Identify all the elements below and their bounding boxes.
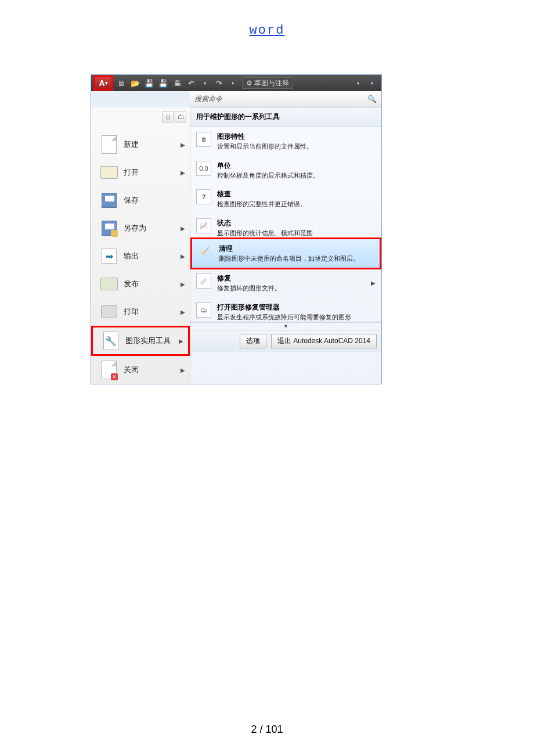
- gear-icon: ⚙: [246, 79, 252, 87]
- folder-icon: [100, 166, 118, 179]
- menu-export[interactable]: ➡ 输出 ▶: [91, 242, 190, 270]
- item-recover-title: 修复: [217, 273, 365, 283]
- menu-drawing-utilities[interactable]: 🔧 图形实用工具 ▶: [91, 326, 190, 356]
- menu-saveas-label: 另存为: [124, 223, 181, 233]
- item-mgr-desc: 显示发生程序或系统故障后可能需要修复的图形: [217, 312, 376, 321]
- disk-icon: [102, 193, 117, 208]
- item-properties-title: 图形特性: [217, 132, 376, 142]
- item-status[interactable]: 📈 状态 显示图形的统计信息、模式和范围: [190, 214, 381, 238]
- item-units-title: 单位: [217, 161, 376, 171]
- workspace-selector[interactable]: ⚙ 草图与注释: [242, 77, 293, 89]
- chevron-right-icon: ▶: [371, 280, 376, 286]
- menu-save-label: 保存: [124, 195, 185, 206]
- undo-drop-icon[interactable]: ▾: [199, 77, 211, 89]
- item-status-desc: 显示图形的统计信息、模式和范围: [217, 228, 376, 236]
- item-recovery-manager[interactable]: 🗂 打开图形修复管理器 显示发生程序或系统故障后可能需要修复的图形: [190, 298, 381, 322]
- page-number: 2 / 101: [251, 723, 283, 736]
- utilities-submenu: 用于维护图形的一系列工具 🗎 图形特性 设置和显示当前图形的文件属性。 0.0 …: [190, 107, 381, 384]
- workspace-drop-icon[interactable]: ▾: [352, 77, 364, 89]
- app-menu-footer: 选项 退出 Autodesk AutoCAD 2014: [190, 330, 381, 352]
- menu-new[interactable]: 新建 ▶: [91, 131, 190, 159]
- search-icon[interactable]: 🔍: [367, 95, 377, 103]
- options-button[interactable]: 选项: [240, 334, 266, 348]
- menu-utils-label: 图形实用工具: [125, 336, 179, 346]
- item-purge[interactable]: 🧹 清理 删除图形中未使用的命名项目，如块定义和图层。: [190, 237, 381, 270]
- menu-open-label: 打开: [124, 167, 181, 178]
- item-purge-desc: 删除图形中未使用的命名项目，如块定义和图层。: [219, 254, 374, 264]
- menu-saveas[interactable]: 另存为 ▶: [91, 214, 190, 242]
- item-units-desc: 控制坐标及角度的显示格式和精度。: [217, 171, 376, 181]
- printer-icon: [101, 305, 117, 318]
- recovery-manager-icon: 🗂: [196, 303, 211, 318]
- item-recover[interactable]: 🩹 修复 修复损坏的图形文件。 ▶: [190, 269, 381, 298]
- item-audit[interactable]: ? 核查 检查图形的完整性并更正错误。: [190, 185, 381, 214]
- chevron-right-icon: ▶: [181, 142, 185, 148]
- chevron-right-icon: ▶: [181, 225, 185, 232]
- new-file-icon: [102, 135, 117, 154]
- recover-icon: 🩹: [196, 273, 211, 289]
- open-icon[interactable]: 📂: [129, 77, 141, 89]
- menu-export-label: 输出: [124, 251, 181, 261]
- item-units[interactable]: 0.0 单位 控制坐标及角度的显示格式和精度。: [190, 156, 381, 185]
- chevron-right-icon: ▶: [181, 367, 185, 373]
- close-file-icon: ✕: [102, 361, 117, 379]
- app-menu-left: ⎙ 🗀 新建 ▶ 打开 ▶ 保存 另存为 ▶: [91, 107, 190, 384]
- save-icon[interactable]: 💾: [143, 77, 155, 89]
- item-purge-title: 清理: [219, 244, 374, 254]
- disk-pencil-icon: [102, 221, 117, 236]
- item-properties-desc: 设置和显示当前图形的文件属性。: [217, 142, 376, 152]
- item-audit-desc: 检查图形的完整性并更正错误。: [217, 199, 376, 209]
- redo-drop-icon[interactable]: ▾: [227, 77, 239, 89]
- word-link[interactable]: word: [250, 23, 285, 38]
- publish-icon: [100, 278, 118, 290]
- app-menu-button[interactable]: A▾: [93, 75, 113, 91]
- new-icon[interactable]: 🗎: [116, 77, 127, 89]
- item-audit-title: 核查: [217, 189, 376, 199]
- menu-publish[interactable]: 发布 ▶: [91, 270, 190, 298]
- status-icon: 📈: [196, 218, 211, 233]
- export-icon: ➡: [102, 249, 117, 264]
- exit-button[interactable]: 退出 Autodesk AutoCAD 2014: [271, 334, 377, 348]
- menu-open[interactable]: 打开 ▶: [91, 159, 190, 186]
- menu-print-label: 打印: [124, 307, 181, 317]
- scroll-down-icon[interactable]: ▼: [190, 322, 381, 330]
- chevron-right-icon: ▶: [179, 338, 183, 344]
- menu-print[interactable]: 打印 ▶: [91, 298, 190, 326]
- audit-icon: ?: [196, 189, 211, 204]
- wrench-icon: 🔧: [103, 332, 118, 350]
- menu-close-label: 关闭: [124, 365, 181, 375]
- search-input[interactable]: 搜索命令: [194, 94, 367, 104]
- autocad-menu-screenshot: A▾ 🗎 📂 💾 💾 🖶 ↶ ▾ ↷ ▾ ⚙ 草图与注释 ▾ ▾ 搜索命令 🔍 …: [91, 74, 382, 384]
- purge-broom-icon: 🧹: [198, 244, 213, 259]
- item-mgr-title: 打开图形修复管理器: [217, 303, 376, 312]
- menu-new-label: 新建: [124, 139, 181, 150]
- redo-icon[interactable]: ↷: [213, 77, 225, 89]
- chevron-right-icon: ▶: [181, 253, 185, 260]
- menu-close[interactable]: ✕ 关闭 ▶: [91, 356, 190, 384]
- workspace-label: 草图与注释: [254, 78, 289, 88]
- properties-icon: 🗎: [196, 132, 211, 147]
- quick-access-toolbar: A▾ 🗎 📂 💾 💾 🖶 ↶ ▾ ↷ ▾ ⚙ 草图与注释 ▾ ▾: [91, 75, 381, 91]
- qat-customize-icon[interactable]: ▾: [366, 77, 378, 89]
- item-properties[interactable]: 🗎 图形特性 设置和显示当前图形的文件属性。: [190, 127, 381, 156]
- open-docs-icon[interactable]: 🗀: [175, 111, 186, 123]
- units-icon: 0.0: [196, 161, 211, 176]
- print-icon[interactable]: 🖶: [171, 77, 183, 89]
- chevron-right-icon: ▶: [181, 281, 185, 287]
- item-status-title: 状态: [217, 218, 376, 228]
- submenu-heading: 用于维护图形的一系列工具: [190, 107, 381, 127]
- chevron-right-icon: ▶: [181, 170, 185, 176]
- chevron-right-icon: ▶: [181, 309, 185, 315]
- menu-save[interactable]: 保存: [91, 186, 190, 214]
- menu-publish-label: 发布: [124, 279, 181, 289]
- search-bar: 搜索命令 🔍: [190, 91, 381, 107]
- item-recover-desc: 修复损坏的图形文件。: [217, 283, 365, 293]
- undo-icon[interactable]: ↶: [185, 77, 197, 89]
- saveas-icon[interactable]: 💾: [157, 77, 169, 89]
- recent-docs-icon[interactable]: ⎙: [162, 111, 174, 123]
